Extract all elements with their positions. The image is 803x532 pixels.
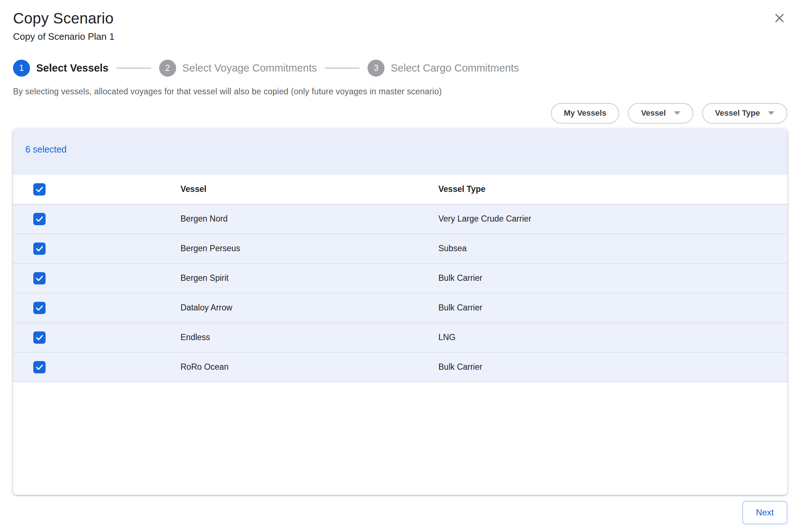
vessel-name: Bergen Spirit xyxy=(180,273,438,283)
vessel-name: Bergen Nord xyxy=(180,214,438,224)
table-row[interactable]: RoRo Ocean Bulk Carrier xyxy=(13,353,787,382)
step-number-badge: 1 xyxy=(13,60,30,77)
checkmark-icon xyxy=(35,333,44,342)
dialog-header: Copy Scenario Copy of Scenario Plan 1 xyxy=(13,9,787,42)
table-row[interactable]: Bergen Perseus Subsea xyxy=(13,234,787,264)
vessel-type: Very Large Crude Carrier xyxy=(438,214,787,224)
table-row[interactable]: Dataloy Arrow Bulk Carrier xyxy=(13,293,787,323)
chevron-down-icon xyxy=(768,111,774,115)
row-checkbox-cell xyxy=(13,272,180,284)
step-select-cargo-commitments[interactable]: 3 Select Cargo Commitments xyxy=(367,60,519,77)
page-title: Copy Scenario xyxy=(13,9,787,27)
chevron-down-icon xyxy=(674,111,680,115)
checkmark-icon xyxy=(35,303,44,313)
step-select-voyage-commitments[interactable]: 2 Select Voyage Commitments xyxy=(159,60,317,77)
step-connector xyxy=(325,68,360,69)
row-checkbox-cell xyxy=(13,302,180,314)
my-vessels-filter-button[interactable]: My Vessels xyxy=(551,103,619,124)
row-checkbox-cell xyxy=(13,331,180,344)
selection-banner: 6 selected xyxy=(13,129,787,175)
vessel-name: Endless xyxy=(180,332,438,342)
checkmark-icon xyxy=(35,244,44,253)
stepper: 1 Select Vessels 2 Select Voyage Commitm… xyxy=(13,60,787,77)
select-all-checkbox[interactable] xyxy=(33,183,46,196)
step-number-badge: 2 xyxy=(159,60,176,77)
checkmark-icon xyxy=(35,185,44,194)
close-icon xyxy=(773,12,786,24)
row-checkbox[interactable] xyxy=(33,213,46,225)
column-header-vessel-type: Vessel Type xyxy=(438,184,787,194)
checkmark-icon xyxy=(35,362,44,372)
header-checkbox-cell xyxy=(13,183,180,196)
step-number-badge: 3 xyxy=(367,60,384,77)
vessel-type: LNG xyxy=(438,332,787,342)
helper-text: By selecting vessels, allocated voyages … xyxy=(13,87,787,96)
table-row[interactable]: Endless LNG xyxy=(13,323,787,353)
column-header-vessel: Vessel xyxy=(180,184,438,194)
vessel-type: Bulk Carrier xyxy=(438,273,787,283)
row-checkbox-cell xyxy=(13,361,180,373)
table-row[interactable]: Bergen Nord Very Large Crude Carrier xyxy=(13,205,787,234)
dialog-subtitle: Copy of Scenario Plan 1 xyxy=(13,31,787,42)
selection-count: 6 selected xyxy=(25,144,67,155)
my-vessels-filter-label: My Vessels xyxy=(564,108,606,118)
row-checkbox[interactable] xyxy=(33,361,46,373)
vessel-type: Bulk Carrier xyxy=(438,303,787,313)
table-row[interactable]: Bergen Spirit Bulk Carrier xyxy=(13,264,787,293)
row-checkbox[interactable] xyxy=(33,272,46,284)
vessel-name: Dataloy Arrow xyxy=(180,303,438,313)
step-label: Select Vessels xyxy=(36,62,109,74)
filter-row: My Vessels Vessel Vessel Type xyxy=(13,103,787,124)
row-checkbox-cell xyxy=(13,213,180,225)
step-label: Select Voyage Commitments xyxy=(182,62,317,74)
row-checkbox[interactable] xyxy=(33,331,46,344)
step-connector xyxy=(116,68,151,69)
vessel-name: Bergen Perseus xyxy=(180,244,438,253)
close-button[interactable] xyxy=(772,10,787,26)
row-checkbox-cell xyxy=(13,243,180,255)
vessel-name: RoRo Ocean xyxy=(180,362,438,372)
step-select-vessels[interactable]: 1 Select Vessels xyxy=(13,60,109,77)
vessel-filter-label: Vessel xyxy=(641,108,666,118)
row-checkbox[interactable] xyxy=(33,302,46,314)
vessel-table-card: 6 selected Vessel Vessel Type xyxy=(13,129,787,495)
vessel-type-filter-label: Vessel Type xyxy=(715,108,760,118)
checkmark-icon xyxy=(35,214,44,224)
row-checkbox[interactable] xyxy=(33,243,46,255)
next-button[interactable]: Next xyxy=(742,501,787,524)
checkmark-icon xyxy=(35,274,44,283)
vessel-type-filter-dropdown[interactable]: Vessel Type xyxy=(702,103,787,124)
dialog-footer: Next xyxy=(13,501,787,524)
vessel-type: Bulk Carrier xyxy=(438,362,787,372)
step-label: Select Cargo Commitments xyxy=(391,62,519,74)
copy-scenario-dialog: Copy Scenario Copy of Scenario Plan 1 1 … xyxy=(0,0,803,532)
table-header-row: Vessel Vessel Type xyxy=(13,175,787,205)
vessel-type: Subsea xyxy=(438,244,787,253)
vessel-filter-dropdown[interactable]: Vessel xyxy=(628,103,693,124)
